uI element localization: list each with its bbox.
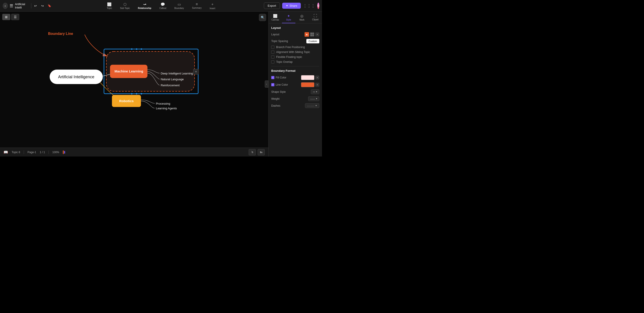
line-color-control: ✓ Line Color bbox=[271, 83, 301, 86]
svg-point-2 bbox=[131, 48, 132, 50]
svg-text:Reinforcement: Reinforcement bbox=[161, 84, 180, 87]
svg-point-3 bbox=[136, 48, 137, 50]
shape-style-dropdown[interactable]: ▭ ▾ bbox=[311, 90, 319, 94]
dashes-dropdown[interactable]: ------ ▾ bbox=[305, 103, 319, 108]
boundary-section-title: Boundary Format bbox=[271, 69, 319, 72]
book-icon[interactable]: 📖 bbox=[4, 150, 8, 154]
tab-style[interactable]: ✦ Style bbox=[282, 12, 296, 23]
status-divider2 bbox=[48, 150, 49, 154]
status-divider1 bbox=[24, 150, 24, 154]
callout-icon: 💬 bbox=[160, 2, 165, 6]
custom-spacing-button[interactable]: Custom bbox=[306, 39, 319, 43]
insert-tool[interactable]: ＋ Insert bbox=[208, 1, 216, 10]
panel-content: Layout Layout ▣ ▾ Topic Spacing bbox=[268, 24, 322, 156]
branch-free-row: Branch Free Positioning bbox=[271, 46, 319, 49]
svg-text:+: + bbox=[195, 70, 197, 73]
undo-button[interactable]: ↩ bbox=[33, 3, 38, 9]
pagination: 1 / 1 bbox=[40, 151, 45, 154]
summary-tool[interactable]: ≡ Summary bbox=[191, 1, 203, 10]
weight-line-icon: —— bbox=[310, 98, 315, 100]
topic-spacing-label: Topic Spacing bbox=[271, 40, 288, 43]
tab-mark[interactable]: ◎ Mark bbox=[296, 12, 309, 23]
share-button[interactable]: ✦ Share bbox=[282, 3, 301, 9]
line-color-swatch[interactable] bbox=[301, 82, 314, 87]
grid-icon[interactable]: ⋮⋮⋮ bbox=[303, 3, 315, 8]
dashes-chevron-icon: ▾ bbox=[316, 104, 317, 107]
search-button[interactable]: 🔍 bbox=[259, 14, 266, 21]
relationship-icon: ⤻ bbox=[143, 2, 146, 6]
subtopic-tool[interactable]: ⬡ Sub Topic bbox=[119, 1, 131, 10]
menu-icon[interactable]: ☰ bbox=[10, 3, 13, 8]
layout-section-title: Layout bbox=[271, 26, 319, 30]
line-color-label: Line Color bbox=[276, 83, 288, 86]
flexible-floating-label: Flexible Floating topic bbox=[276, 56, 302, 58]
line-color-checkbox[interactable]: ✓ bbox=[271, 83, 274, 86]
chevron-down-icon: ▾ bbox=[316, 90, 317, 93]
tab-canvas[interactable]: ⬜ Canvas bbox=[268, 12, 282, 23]
logo bbox=[63, 150, 65, 154]
line-color-swatch-area: ▾ bbox=[301, 82, 319, 87]
dashes-row: Dashes ------ ▾ bbox=[271, 103, 319, 108]
subtopic-icon: ⬡ bbox=[124, 2, 126, 6]
chevron-right-icon: › bbox=[266, 83, 267, 86]
grid-cell4 bbox=[312, 35, 314, 36]
zoom-level: 100% bbox=[52, 151, 59, 154]
boundary-tool[interactable]: ▭ Boundary bbox=[173, 1, 185, 10]
panel-tabs: ⬜ Canvas ✦ Style ◎ Mark ⛶ Clipart bbox=[268, 12, 322, 24]
layout-control: ▣ ▾ bbox=[304, 32, 319, 37]
callout-tool[interactable]: 💬 Callout bbox=[158, 1, 168, 10]
flexible-floating-checkbox[interactable] bbox=[271, 56, 274, 58]
weight-label: Weight bbox=[271, 97, 280, 100]
fill-color-dropdown[interactable]: ▾ bbox=[315, 76, 319, 80]
fill-color-row: ✓ Fill Color ▾ bbox=[271, 75, 319, 80]
fn-button[interactable]: fn bbox=[258, 149, 265, 156]
branch-free-label: Branch Free Positioning bbox=[276, 46, 305, 49]
layout-dropdown-button[interactable]: ▾ bbox=[315, 32, 319, 36]
page-label: Page-1 bbox=[28, 151, 36, 154]
layout-icon[interactable]: ▣ bbox=[304, 32, 309, 37]
topic-count: Topic 8 bbox=[12, 151, 20, 154]
cursor-button[interactable]: 🖱 bbox=[249, 149, 256, 156]
back-button[interactable]: ‹ bbox=[3, 3, 8, 9]
alignment-sibling-label: Alignment With Sibling Topic bbox=[276, 50, 310, 54]
layout-grid-icon[interactable] bbox=[310, 32, 314, 37]
list-view-button[interactable]: ☰ bbox=[11, 14, 19, 20]
weight-dropdown[interactable]: —— ▾ bbox=[308, 96, 319, 101]
svg-text:Artificial Intelligence: Artificial Intelligence bbox=[58, 74, 94, 79]
boundary-icon: ▭ bbox=[178, 2, 181, 6]
insert-icon: ＋ bbox=[211, 2, 214, 7]
status-bar: 📖 Topic 8 Page-1 1 / 1 100% 🖱 fn bbox=[0, 148, 268, 156]
left-panel: ⊞ ☰ bbox=[2, 14, 19, 20]
style-tab-icon: ✦ bbox=[287, 14, 290, 18]
relationship-tool[interactable]: ⤻ Relationship bbox=[137, 1, 153, 10]
svg-text:Robotics: Robotics bbox=[119, 99, 134, 103]
line-color-dropdown[interactable]: ▾ bbox=[315, 83, 319, 87]
fullscreen-area: 🖱 fn bbox=[249, 149, 265, 156]
canvas-area[interactable]: ⊞ ☰ 🔍 › Boundary Line bbox=[0, 12, 268, 156]
share-icon: ✦ bbox=[286, 4, 288, 8]
mindmap-canvas: + Machine Learning Robotics Deep Intelli… bbox=[0, 12, 268, 156]
export-button[interactable]: Export bbox=[264, 2, 280, 9]
toolbar-left: ‹ ☰ Artificial Intelli ↩ ↪ 🔖 bbox=[3, 2, 52, 9]
tab-clipart[interactable]: ⛶ Clipart bbox=[308, 12, 322, 23]
section-divider bbox=[271, 66, 319, 66]
fill-color-label: Fill Color bbox=[276, 76, 286, 79]
svg-point-7 bbox=[141, 93, 142, 94]
collapse-panel-button[interactable]: › bbox=[265, 80, 268, 88]
fill-color-checkbox[interactable]: ✓ bbox=[271, 76, 274, 79]
redo-button[interactable]: ↪ bbox=[40, 3, 45, 9]
avatar[interactable]: U bbox=[317, 3, 319, 9]
svg-point-6 bbox=[136, 93, 137, 94]
shape-style-label: Shape Style bbox=[271, 90, 286, 94]
topic-tool[interactable]: ⬜ Topic bbox=[106, 1, 113, 10]
svg-point-5 bbox=[131, 93, 132, 94]
app-title: Artificial Intelli bbox=[15, 2, 29, 9]
fill-color-swatch[interactable] bbox=[301, 75, 314, 80]
branch-free-checkbox[interactable] bbox=[271, 46, 274, 49]
toolbar-center: ⬜ Topic ⬡ Sub Topic ⤻ Relationship 💬 Cal… bbox=[54, 1, 268, 10]
alignment-sibling-checkbox[interactable] bbox=[271, 50, 274, 54]
topic-overlap-checkbox[interactable] bbox=[271, 60, 274, 64]
bookmark-button[interactable]: 🔖 bbox=[47, 3, 52, 9]
alignment-sibling-row: Alignment With Sibling Topic bbox=[271, 50, 319, 54]
card-view-button[interactable]: ⊞ bbox=[2, 14, 10, 20]
